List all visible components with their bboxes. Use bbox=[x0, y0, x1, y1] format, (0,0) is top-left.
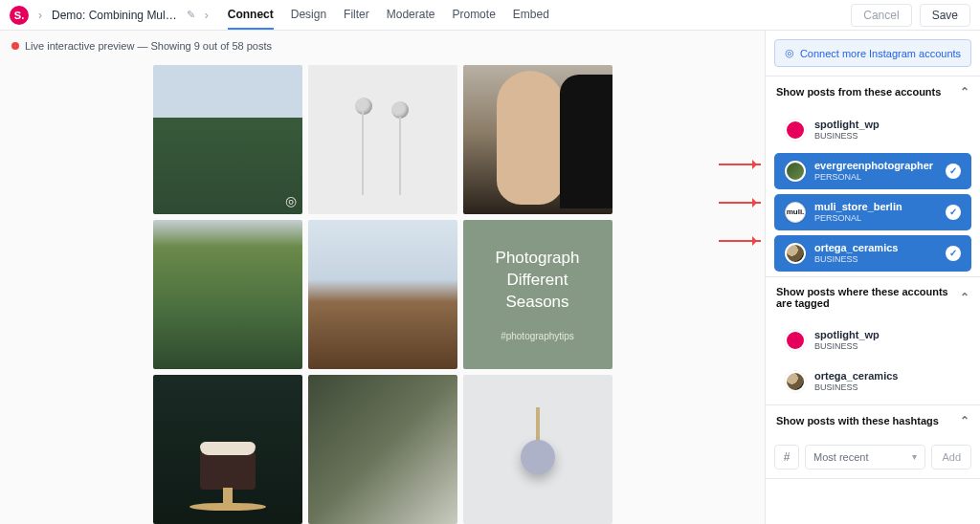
tab-moderate[interactable]: Moderate bbox=[387, 0, 435, 30]
chevron-up-icon: ⌃ bbox=[960, 85, 969, 98]
section-hashtags-header[interactable]: Show posts with these hashtags ⌃ bbox=[766, 405, 980, 436]
feature-heading: Photograph Different Seasons bbox=[480, 248, 595, 314]
annotation-arrow-icon bbox=[719, 164, 761, 165]
section-title: Show posts with these hashtags bbox=[776, 415, 939, 426]
app-logo[interactable]: S. bbox=[10, 6, 29, 25]
tab-filter[interactable]: Filter bbox=[344, 0, 369, 30]
add-hashtag-button[interactable]: Add bbox=[931, 445, 971, 469]
annotation-arrow-icon bbox=[719, 202, 761, 204]
avatar bbox=[785, 371, 806, 392]
hashtag-sort-select[interactable]: Most recent ▾ bbox=[805, 445, 925, 469]
editor-tabs: Connect Design Filter Moderate Promote E… bbox=[228, 0, 549, 30]
avatar: muli. bbox=[785, 202, 806, 223]
post-tile[interactable] bbox=[153, 220, 302, 369]
post-tile[interactable] bbox=[308, 220, 457, 369]
instagram-icon: ◎ bbox=[285, 193, 297, 208]
account-name: spotlight_wp bbox=[814, 329, 880, 341]
post-tile[interactable] bbox=[463, 65, 612, 214]
account-type: PERSONAL bbox=[814, 172, 933, 183]
account-row[interactable]: ortega_ceramicsBUSINESS bbox=[774, 363, 971, 400]
account-type: PERSONAL bbox=[814, 213, 902, 224]
avatar bbox=[785, 120, 806, 141]
chevron-down-icon: ▾ bbox=[912, 451, 917, 462]
account-row[interactable]: ortega_ceramicsBUSINESS ✓ bbox=[774, 235, 971, 272]
top-toolbar: S. › Demo: Combining Mul… ✎ › Connect De… bbox=[0, 0, 980, 31]
check-icon: ✓ bbox=[946, 246, 961, 261]
cancel-button[interactable]: Cancel bbox=[851, 4, 911, 27]
section-show-from-header[interactable]: Show posts from these accounts ⌃ bbox=[766, 76, 980, 107]
settings-sidebar: ◎ Connect more Instagram accounts Show p… bbox=[765, 31, 980, 524]
select-value: Most recent bbox=[813, 451, 868, 463]
chevron-up-icon: ⌃ bbox=[960, 291, 969, 304]
post-tile[interactable] bbox=[308, 375, 457, 524]
post-tile[interactable] bbox=[153, 375, 302, 524]
section-title: Show posts from these accounts bbox=[776, 86, 941, 98]
account-row[interactable]: muli. muli_store_berlinPERSONAL ✓ bbox=[774, 194, 971, 230]
post-tile[interactable] bbox=[308, 65, 457, 214]
account-name: spotlight_wp bbox=[814, 119, 880, 131]
check-icon: ✓ bbox=[946, 205, 961, 220]
section-tagged-header[interactable]: Show posts where these accounts are tagg… bbox=[766, 277, 980, 317]
account-name: evergreenphotographer bbox=[814, 160, 933, 172]
tab-connect[interactable]: Connect bbox=[228, 0, 274, 30]
account-name: ortega_ceramics bbox=[814, 370, 898, 382]
edit-title-icon[interactable]: ✎ bbox=[187, 9, 195, 21]
chevron-up-icon: ⌃ bbox=[960, 414, 969, 427]
feature-hashtag: #photographytips bbox=[501, 331, 574, 341]
hashtag-prefix: # bbox=[774, 445, 799, 469]
annotation-arrow-icon bbox=[719, 240, 761, 242]
post-tile[interactable] bbox=[463, 375, 612, 524]
save-button[interactable]: Save bbox=[920, 4, 970, 27]
account-row[interactable]: spotlight_wpBUSINESS bbox=[774, 112, 971, 148]
post-grid: ◎ Photograph Different Seasons #photogra… bbox=[153, 65, 612, 524]
account-name: muli_store_berlin bbox=[814, 201, 902, 213]
section-title: Show posts where these accounts are tagg… bbox=[776, 286, 960, 309]
avatar bbox=[785, 330, 806, 351]
preview-status: Live interactive preview — Showing 9 out… bbox=[0, 31, 765, 61]
avatar bbox=[785, 243, 806, 264]
avatar bbox=[785, 161, 806, 182]
instagram-outline-icon: ◎ bbox=[785, 47, 794, 59]
account-row[interactable]: spotlight_wpBUSINESS bbox=[774, 322, 971, 359]
account-type: BUSINESS bbox=[814, 254, 898, 265]
account-type: BUSINESS bbox=[814, 341, 880, 352]
account-row[interactable]: evergreenphotographerPERSONAL ✓ bbox=[774, 153, 971, 189]
connect-accounts-button[interactable]: ◎ Connect more Instagram accounts bbox=[774, 39, 971, 67]
tab-promote[interactable]: Promote bbox=[452, 0, 495, 30]
tab-design[interactable]: Design bbox=[291, 0, 326, 30]
account-type: BUSINESS bbox=[814, 382, 898, 393]
post-tile[interactable]: ◎ bbox=[153, 65, 302, 214]
page-title: Demo: Combining Mul… bbox=[52, 9, 177, 22]
live-dot-icon bbox=[11, 42, 19, 50]
check-icon: ✓ bbox=[946, 164, 961, 179]
account-type: BUSINESS bbox=[814, 131, 880, 142]
preview-status-text: Live interactive preview — Showing 9 out… bbox=[25, 40, 272, 52]
tab-embed[interactable]: Embed bbox=[513, 0, 549, 30]
chevron-right-icon: › bbox=[205, 9, 209, 22]
connect-accounts-label: Connect more Instagram accounts bbox=[800, 48, 961, 59]
chevron-right-icon: › bbox=[38, 9, 42, 22]
account-name: ortega_ceramics bbox=[814, 242, 898, 254]
post-tile[interactable]: Photograph Different Seasons #photograph… bbox=[463, 220, 612, 369]
preview-canvas: Live interactive preview — Showing 9 out… bbox=[0, 31, 765, 524]
